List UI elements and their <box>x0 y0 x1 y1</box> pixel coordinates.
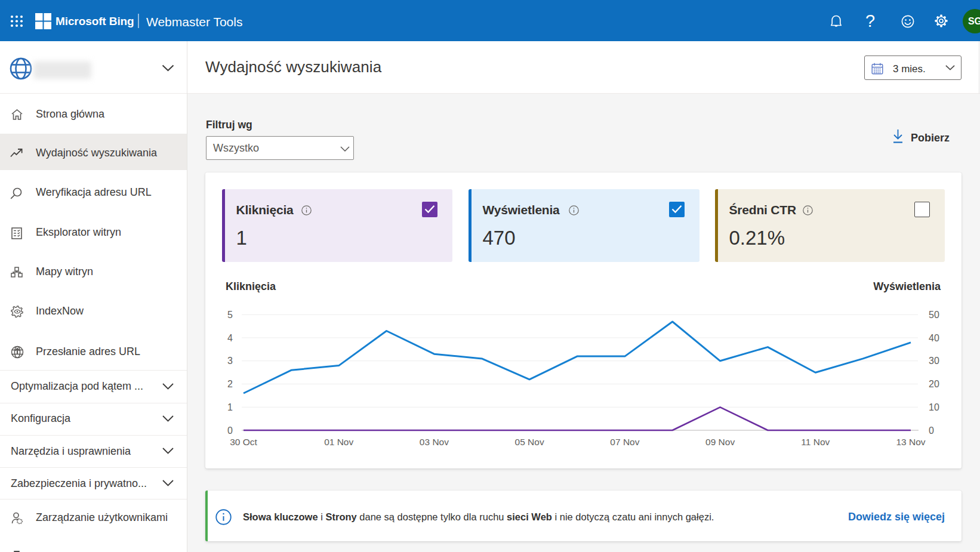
svg-text:10: 10 <box>929 402 939 412</box>
svg-text:30: 30 <box>929 356 939 366</box>
svg-text:05 Nov: 05 Nov <box>515 437 544 447</box>
svg-text:01 Nov: 01 Nov <box>324 437 353 447</box>
svg-text:0: 0 <box>929 425 934 436</box>
svg-text:50: 50 <box>929 310 939 320</box>
svg-text:Wyświetlenia: Wyświetlenia <box>873 280 941 292</box>
svg-text:2: 2 <box>227 379 233 389</box>
svg-text:30 Oct: 30 Oct <box>230 437 257 447</box>
svg-text:5: 5 <box>227 310 233 320</box>
svg-text:09 Nov: 09 Nov <box>705 437 735 447</box>
svg-text:03 Nov: 03 Nov <box>420 437 449 447</box>
svg-text:20: 20 <box>929 379 939 389</box>
svg-text:0: 0 <box>227 425 233 436</box>
svg-text:3: 3 <box>227 356 233 366</box>
svg-text:1: 1 <box>227 402 233 412</box>
svg-text:11 Nov: 11 Nov <box>801 437 830 447</box>
svg-text:4: 4 <box>227 333 233 343</box>
svg-text:07 Nov: 07 Nov <box>610 437 639 447</box>
svg-text:13 Nov: 13 Nov <box>896 437 925 447</box>
svg-text:Kliknięcia: Kliknięcia <box>226 280 276 292</box>
svg-text:40: 40 <box>929 333 939 343</box>
